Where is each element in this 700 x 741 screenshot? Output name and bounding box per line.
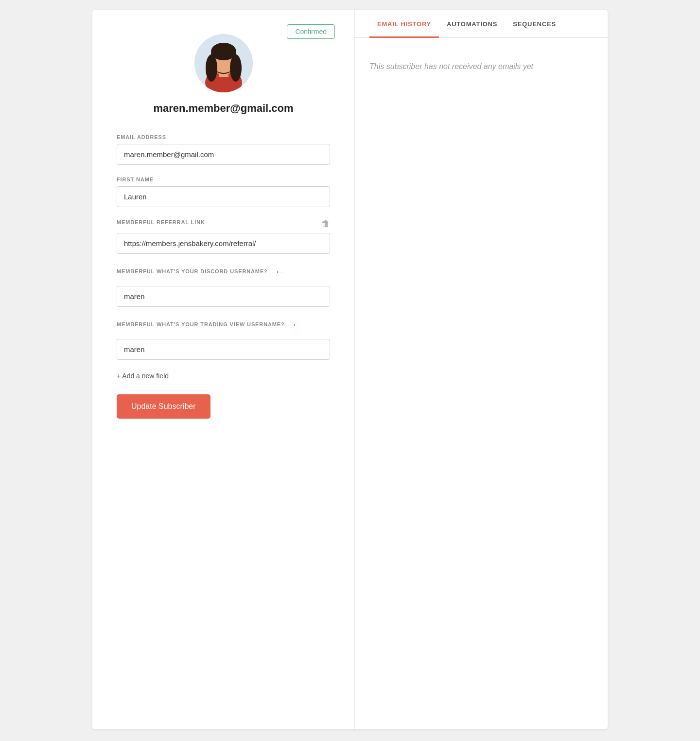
empty-message: This subscriber has not received any ema… [369, 62, 593, 71]
right-panel: EMAIL HISTORY AUTOMATIONS SEQUENCES This… [355, 10, 608, 729]
trash-icon[interactable]: 🗑 [321, 219, 330, 229]
discord-input[interactable] [117, 286, 330, 307]
first-name-label: FIRST NAME [117, 176, 330, 182]
svg-point-7 [230, 54, 242, 82]
tradingview-field-group: MEMBERFUL WHAT'S YOUR TRADING VIEW USERN… [117, 318, 330, 360]
referral-link-input[interactable] [117, 233, 330, 254]
tab-sequences[interactable]: SEQUENCES [505, 10, 564, 38]
tabs-header: EMAIL HISTORY AUTOMATIONS SEQUENCES [355, 10, 608, 38]
svg-point-6 [206, 54, 217, 82]
first-name-input[interactable] [117, 186, 330, 207]
tab-email-history[interactable]: EMAIL HISTORY [369, 10, 439, 38]
confirmed-badge: Confirmed [287, 24, 335, 39]
tab-automations[interactable]: AUTOMATIONS [439, 10, 505, 38]
avatar [194, 34, 253, 92]
tradingview-input[interactable] [117, 339, 330, 360]
referral-link-header: MEMBERFUL REFERRAL LINK 🗑 [117, 219, 330, 229]
discord-field-group: MEMBERFUL WHAT'S YOUR DISCORD USERNAME? … [117, 265, 330, 307]
tradingview-header: MEMBERFUL WHAT'S YOUR TRADING VIEW USERN… [117, 318, 330, 335]
email-address-input[interactable] [117, 144, 330, 165]
email-field-group: EMAIL ADDRESS [117, 134, 330, 165]
discord-arrow-icon: ← [275, 265, 286, 278]
update-subscriber-button[interactable]: Update Subscriber [117, 394, 210, 419]
add-field-link[interactable]: + Add a new field [117, 372, 169, 380]
tradingview-arrow-icon: ← [292, 318, 303, 331]
subscriber-email-display: maren.member@gmail.com [117, 102, 330, 115]
tradingview-label: MEMBERFUL WHAT'S YOUR TRADING VIEW USERN… [117, 318, 303, 331]
svg-point-8 [211, 43, 236, 60]
referral-link-field-group: MEMBERFUL REFERRAL LINK 🗑 [117, 219, 330, 254]
discord-label: MEMBERFUL WHAT'S YOUR DISCORD USERNAME? … [117, 265, 286, 278]
tab-content-email-history: This subscriber has not received any ema… [355, 38, 608, 95]
email-address-label: EMAIL ADDRESS [117, 134, 330, 140]
left-panel: Confirmed [92, 10, 355, 729]
discord-header: MEMBERFUL WHAT'S YOUR DISCORD USERNAME? … [117, 265, 330, 282]
referral-link-label: MEMBERFUL REFERRAL LINK [117, 219, 205, 225]
avatar-container [117, 34, 330, 92]
main-container: Confirmed [92, 10, 608, 729]
first-name-field-group: FIRST NAME [117, 176, 330, 207]
